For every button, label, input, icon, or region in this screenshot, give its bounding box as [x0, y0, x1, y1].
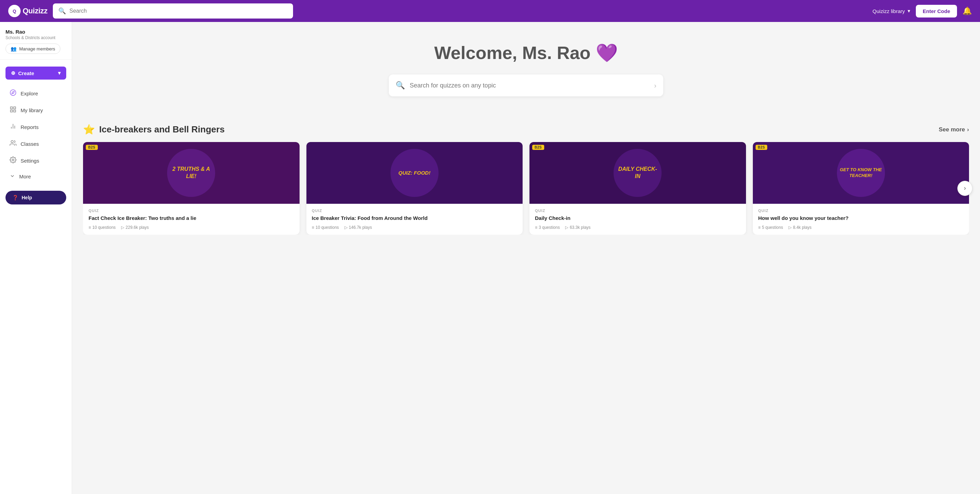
- b2s-badge-1: B2S: [86, 145, 98, 150]
- sidebar-item-classes[interactable]: Classes: [3, 135, 69, 152]
- thumb-circle-4: Get to know THE TEACHER!: [837, 149, 885, 197]
- questions-2: ≡ 10 questions: [312, 225, 339, 230]
- quiz-card-2[interactable]: QUIZ: Food! QUIZ Ice Breaker Trivia: Foo…: [306, 142, 523, 235]
- search-icon: 🔍: [58, 7, 66, 15]
- quiz-meta-1: ≡ 10 questions ▷ 229.6k plays: [89, 225, 294, 230]
- questions-3: ≡ 3 questions: [535, 225, 560, 230]
- quiz-meta-3: ≡ 3 questions ▷ 63.3k plays: [535, 225, 740, 230]
- see-more-label: See more: [939, 126, 965, 133]
- classes-label: Classes: [21, 141, 39, 147]
- plus-circle-icon: ⊕: [11, 70, 16, 76]
- quiz-title-2: Ice Breaker Trivia: Food from Around the…: [312, 215, 517, 222]
- quiz-type-2: QUIZ: [312, 208, 517, 213]
- quiz-type-1: QUIZ: [89, 208, 294, 213]
- quiz-card-4[interactable]: Get to know THE TEACHER! B2S QUIZ How we…: [753, 142, 969, 235]
- sidebar-item-reports[interactable]: Reports: [3, 119, 69, 135]
- play-icon-2: ▷: [345, 225, 348, 230]
- more-label: More: [19, 173, 31, 179]
- notification-button[interactable]: 🔔: [963, 6, 972, 16]
- create-button-left: ⊕ Create: [11, 70, 34, 76]
- thumb-text-4: Get to know THE TEACHER!: [837, 164, 885, 181]
- reports-label: Reports: [21, 124, 39, 130]
- svg-point-9: [11, 141, 13, 143]
- plays-1: ▷ 229.6k plays: [121, 225, 149, 230]
- b2s-badge-4: B2S: [756, 145, 768, 150]
- logo[interactable]: Q Quizizz: [8, 5, 47, 17]
- questions-4: ≡ 5 questions: [758, 225, 783, 230]
- section-header: ⭐ Ice-breakers and Bell Ringers See more…: [83, 124, 969, 135]
- settings-icon: [10, 156, 16, 165]
- svg-point-10: [12, 159, 14, 161]
- play-icon-1: ▷: [121, 225, 124, 230]
- quiz-info-3: QUIZ Daily Check-in ≡ 3 questions ▷ 63.3…: [530, 204, 746, 235]
- nav-right: Quizizz library ▾ Enter Code 🔔: [873, 5, 972, 17]
- svg-rect-3: [14, 107, 16, 109]
- search-icon: 🔍: [396, 81, 405, 90]
- section-title-text: Ice-breakers and Bell Ringers: [99, 124, 225, 135]
- thumb-text-3: Daily check-in: [614, 163, 662, 183]
- questions-text-4: 5 questions: [762, 225, 783, 230]
- play-icon-4: ▷: [789, 225, 792, 230]
- library-dropdown-button[interactable]: Quizizz library ▾: [873, 8, 910, 14]
- plays-3: ▷ 63.3k plays: [565, 225, 590, 230]
- logo-abbr: Q: [13, 9, 16, 14]
- manage-members-button[interactable]: 👥 Manage members: [5, 44, 60, 54]
- sidebar-item-library[interactable]: My library: [3, 102, 69, 119]
- welcome-text: Welcome, Ms. Rao: [434, 43, 590, 63]
- list-icon-1: ≡: [89, 225, 91, 230]
- search-input[interactable]: [69, 8, 288, 14]
- enter-code-button[interactable]: Enter Code: [916, 5, 957, 17]
- quiz-type-4: QUIZ: [758, 208, 964, 213]
- plays-4: ▷ 8.4k plays: [789, 225, 811, 230]
- questions-text-2: 10 questions: [316, 225, 339, 230]
- library-label: Quizizz library: [873, 8, 905, 14]
- main-layout: Ms. Rao Schools & Districts account 👥 Ma…: [0, 22, 980, 494]
- see-more-button[interactable]: See more ›: [939, 126, 969, 133]
- sidebar-item-explore[interactable]: Explore: [3, 85, 69, 102]
- plays-text-2: 146.7k plays: [349, 225, 372, 230]
- quiz-title-1: Fact Check Ice Breaker: Two truths and a…: [89, 215, 294, 222]
- quiz-meta-2: ≡ 10 questions ▷ 146.7k plays: [312, 225, 517, 230]
- questions-text-1: 10 questions: [92, 225, 116, 230]
- sidebar-item-settings[interactable]: Settings: [3, 152, 69, 169]
- questions-1: ≡ 10 questions: [89, 225, 116, 230]
- list-icon-4: ≡: [758, 225, 761, 230]
- welcome-section: Welcome, Ms. Rao 💜 🔍 ›: [72, 22, 980, 110]
- chevron-down-icon: ▾: [58, 70, 61, 76]
- thumb-circle-3: Daily check-in: [614, 149, 662, 197]
- create-button[interactable]: ⊕ Create ▾: [5, 67, 66, 79]
- create-label: Create: [18, 70, 34, 76]
- help-button[interactable]: ❓ Help: [5, 191, 66, 205]
- quiz-type-3: QUIZ: [535, 208, 740, 213]
- thumb-text-2: QUIZ: Food!: [396, 167, 433, 179]
- svg-rect-4: [14, 110, 16, 112]
- quiz-info-1: QUIZ Fact Check Ice Breaker: Two truths …: [83, 204, 299, 235]
- classes-icon: [10, 140, 16, 148]
- svg-rect-5: [11, 110, 13, 112]
- quiz-grid: 2 truths & a lie! B2S QUIZ Fact Check Ic…: [83, 142, 969, 235]
- library-icon: [10, 106, 16, 114]
- settings-label: Settings: [21, 158, 39, 164]
- quiz-info-2: QUIZ Ice Breaker Trivia: Food from Aroun…: [306, 204, 523, 235]
- thumb-circle-2: QUIZ: Food!: [390, 149, 439, 197]
- thumb-text-1: 2 truths & a lie!: [167, 163, 215, 183]
- hero-search-input[interactable]: [410, 82, 649, 89]
- plays-text-4: 8.4k plays: [793, 225, 811, 230]
- quiz-info-4: QUIZ How well do you know your teacher? …: [753, 204, 969, 235]
- quiz-thumbnail-4: Get to know THE TEACHER! B2S: [753, 142, 969, 204]
- bell-icon: 🔔: [963, 6, 972, 15]
- quiz-card-1[interactable]: 2 truths & a lie! B2S QUIZ Fact Check Ic…: [83, 142, 299, 235]
- quiz-title-4: How well do you know your teacher?: [758, 215, 964, 222]
- arrow-right-icon: ›: [654, 82, 656, 89]
- sidebar-item-more[interactable]: More: [3, 169, 69, 184]
- quiz-thumbnail-3: Daily check-in B2S: [530, 142, 746, 204]
- plays-text-3: 63.3k plays: [570, 225, 590, 230]
- svg-point-0: [10, 90, 16, 96]
- chevron-right-icon: ›: [967, 126, 969, 133]
- reports-icon: [10, 123, 16, 131]
- list-icon-3: ≡: [535, 225, 537, 230]
- quiz-card-3[interactable]: Daily check-in B2S QUIZ Daily Check-in ≡…: [530, 142, 746, 235]
- next-arrow-button[interactable]: ›: [957, 181, 972, 196]
- top-search-bar[interactable]: 🔍: [53, 3, 293, 19]
- hero-search-bar[interactable]: 🔍 ›: [389, 75, 663, 96]
